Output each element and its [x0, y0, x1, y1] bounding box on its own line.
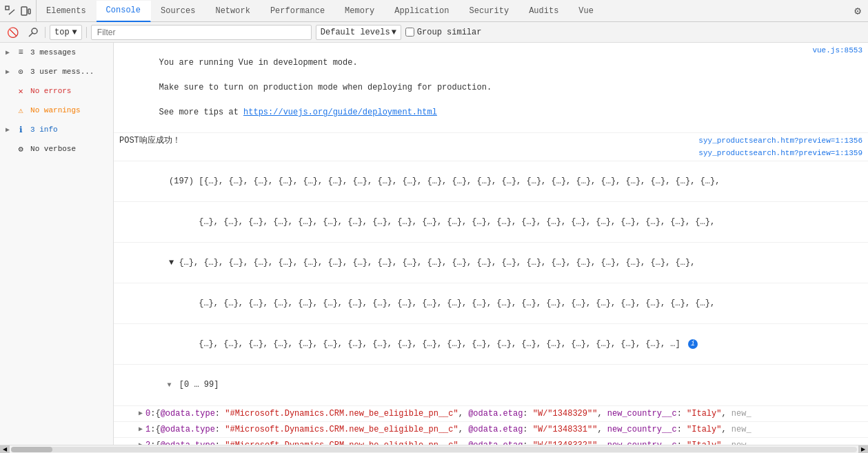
user-messages-expand-icon: ▶	[6, 68, 10, 76]
sidebar-item-warnings[interactable]: ▶ ⚠ No warnings	[0, 101, 113, 120]
console-row-2: ▶ 2: {@odata.type: "#Microsoft.Dynamics.…	[114, 438, 868, 445]
tab-bar: Elements Console Sources Network Perform…	[0, 0, 868, 22]
info-badge-icon: i	[688, 339, 698, 349]
console-line-post: POST响应成功！ syy_productsearch.htm?preview=…	[114, 133, 868, 161]
sidebar-item-info[interactable]: ▶ ℹ 3 info	[0, 120, 113, 139]
messages-label: 3 messages	[30, 48, 76, 57]
bottom-scrollbar[interactable]: ◀ ▶	[0, 445, 868, 453]
info-label: 3 info	[30, 125, 58, 134]
row-expand-0-icon[interactable]: ▶	[139, 407, 143, 420]
scroll-right-button[interactable]: ▶	[858, 445, 868, 454]
tab-network[interactable]: Network	[205, 0, 260, 21]
console-text-vue: You are running Vue in development mode.…	[119, 44, 807, 131]
svg-rect-3	[28, 9, 30, 14]
messages-expand-icon: ▶	[6, 48, 10, 57]
svg-line-1	[9, 10, 14, 14]
console-line-array-range: ▼ [0 … 99]	[114, 365, 868, 406]
post-source-link-1[interactable]: syy_productsearch.htm?preview=1:1356	[693, 134, 862, 147]
devtools-inspect-icon[interactable]	[4, 5, 17, 17]
data-rows-container: ▶ 0: {@odata.type: "#Microsoft.Dynamics.…	[114, 406, 868, 445]
levels-chevron-icon: ▼	[392, 28, 396, 37]
console-filter-icon[interactable]	[26, 26, 41, 39]
settings-icon[interactable]: ⚙	[847, 0, 868, 21]
row-index-0: 0:	[145, 407, 155, 420]
tab-sources[interactable]: Sources	[151, 0, 205, 21]
tab-vue[interactable]: Vue	[569, 0, 604, 21]
svg-line-5	[29, 33, 32, 37]
levels-selector[interactable]: Default levels ▼	[316, 25, 401, 40]
verbose-label: No verbose	[30, 145, 76, 153]
row-expand-2-icon[interactable]: ▶	[139, 439, 143, 445]
toolbar-divider2	[86, 27, 87, 38]
tab-memory[interactable]: Memory	[335, 0, 385, 21]
console-row-0: ▶ 0: {@odata.type: "#Microsoft.Dynamics.…	[114, 406, 868, 422]
errors-label: No errors	[30, 87, 71, 95]
info-icon: ℹ	[15, 124, 26, 135]
info-expand-icon: ▶	[6, 125, 10, 134]
group-similar-label[interactable]: Group similar	[405, 28, 482, 37]
console-toolbar: 🚫 top ▼ Default levels ▼ Group similar	[0, 22, 868, 43]
user-messages-label: 3 user mess...	[30, 68, 94, 76]
array-text-3: ▼ {…}, {…}, {…}, {…}, {…}, {…}, {…}, {…}…	[119, 244, 862, 281]
row-odata-2: {@odata.type: "#Microsoft.Dynamics.CRM.n…	[155, 439, 751, 445]
array-text-2: {…}, {…}, {…}, {…}, {…}, {…}, {…}, {…}, …	[119, 203, 862, 241]
sidebar-item-errors[interactable]: ▶ ✕ No errors	[0, 81, 113, 101]
devtools-icons	[0, 0, 37, 21]
svg-rect-0	[6, 6, 9, 10]
array-text-5: {…}, {…}, {…}, {…}, {…}, {…}, {…}, {…}, …	[119, 325, 862, 363]
tab-performance[interactable]: Performance	[261, 0, 335, 21]
tab-elements[interactable]: Elements	[37, 0, 97, 21]
row-index-2: 2:	[145, 439, 155, 445]
sidebar-item-verbose[interactable]: ▶ ⚙ No verbose	[0, 139, 113, 159]
array-text-4: {…}, {…}, {…}, {…}, {…}, {…}, {…}, {…}, …	[119, 285, 862, 322]
scroll-left-button[interactable]: ◀	[0, 445, 10, 454]
tab-console[interactable]: Console	[97, 1, 151, 22]
user-messages-icon: ⊙	[15, 66, 26, 77]
sidebar-item-messages[interactable]: ▶ ≡ 3 messages	[0, 43, 113, 62]
scroll-thumb[interactable]	[11, 447, 52, 452]
sidebar-item-user-messages[interactable]: ▶ ⊙ 3 user mess...	[0, 62, 113, 81]
console-row-1: ▶ 1: {@odata.type: "#Microsoft.Dynamics.…	[114, 422, 868, 438]
main-area: ▶ ≡ 3 messages ▶ ⊙ 3 user mess... ▶ ✕ No…	[0, 43, 868, 445]
row-expand-1-icon[interactable]: ▶	[139, 423, 143, 436]
array-text-1: (197) [{…}, {…}, {…}, {…}, {…}, {…}, {…}…	[119, 163, 862, 200]
verbose-icon: ⚙	[15, 143, 26, 154]
tab-application[interactable]: Application	[385, 0, 459, 21]
levels-label: Default levels	[321, 28, 390, 37]
messages-icon: ≡	[15, 47, 26, 58]
post-source-link-2[interactable]: syy_productsearch.htm?preview=1:1359	[693, 147, 862, 159]
console-line-vue-warning: You are running Vue in development mode.…	[114, 43, 868, 133]
svg-rect-2	[21, 7, 27, 15]
toolbar-divider	[45, 27, 46, 38]
context-value: top	[54, 28, 70, 37]
console-sidebar: ▶ ≡ 3 messages ▶ ⊙ 3 user mess... ▶ ✕ No…	[0, 43, 114, 445]
devtools-device-icon[interactable]	[19, 5, 32, 17]
tab-audits[interactable]: Audits	[519, 0, 569, 21]
svg-point-4	[32, 28, 37, 34]
console-line-array1: (197) [{…}, {…}, {…}, {…}, {…}, {…}, {…}…	[114, 161, 868, 202]
row-odata-0: {@odata.type: "#Microsoft.Dynamics.CRM.n…	[155, 407, 751, 420]
console-line-array2: {…}, {…}, {…}, {…}, {…}, {…}, {…}, {…}, …	[114, 202, 868, 243]
console-output[interactable]: You are running Vue in development mode.…	[114, 43, 868, 445]
context-chevron-icon: ▼	[72, 28, 77, 37]
warnings-label: No warnings	[30, 106, 81, 114]
filter-input[interactable]	[91, 25, 312, 40]
scroll-track	[11, 447, 857, 452]
clear-console-button[interactable]: 🚫	[4, 26, 21, 39]
array-range-expand-btn[interactable]: ▼	[168, 381, 172, 389]
vue-source-link[interactable]: vue.js:8553	[807, 44, 862, 57]
errors-icon: ✕	[15, 85, 26, 97]
row-odata-1: {@odata.type: "#Microsoft.Dynamics.CRM.n…	[155, 423, 751, 436]
console-line-array4: {…}, {…}, {…}, {…}, {…}, {…}, {…}, {…}, …	[114, 283, 868, 324]
warnings-icon: ⚠	[15, 105, 26, 116]
group-similar-checkbox[interactable]	[405, 28, 414, 37]
tab-security[interactable]: Security	[460, 0, 520, 21]
console-text-post: POST响应成功！	[119, 134, 693, 147]
row-index-1: 1:	[145, 423, 155, 436]
console-line-array3: ▼ {…}, {…}, {…}, {…}, {…}, {…}, {…}, {…}…	[114, 243, 868, 283]
context-selector[interactable]: top ▼	[50, 25, 82, 40]
vue-deployment-link[interactable]: https://vuejs.org/guide/deployment.html	[243, 108, 437, 117]
array-range-text: ▼ [0 … 99]	[128, 366, 862, 404]
console-line-array5: {…}, {…}, {…}, {…}, {…}, {…}, {…}, {…}, …	[114, 324, 868, 365]
